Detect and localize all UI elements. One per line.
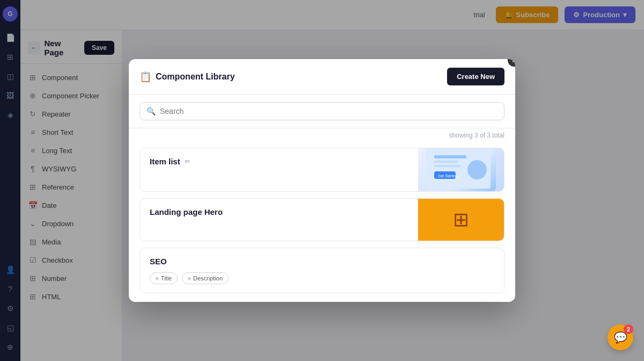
search-input[interactable] (160, 107, 497, 115)
search-input-wrap: 🔍 (140, 102, 504, 120)
edit-icon[interactable]: ✏ (185, 157, 191, 165)
modal-title-row: 📋 Component Library (140, 71, 235, 83)
card-seo-content: SEO ≡ Title ≡ Description (140, 248, 504, 293)
modal-title: Component Library (156, 72, 235, 82)
card-item-list-content: Item list ✏ (140, 148, 418, 191)
svg-rect-3 (434, 165, 461, 167)
description-field-icon: ≡ (188, 276, 191, 281)
card-seo-name: SEO (150, 257, 167, 266)
card-name-row: Item list ✏ (150, 157, 408, 166)
svg-rect-2 (434, 161, 458, 163)
title-field-icon: ≡ (156, 276, 159, 281)
search-bar: 🔍 (129, 95, 515, 128)
component-library-modal: ✕ 📋 Component Library Create New 🔍 showi… (129, 59, 515, 302)
card-landing-hero-content: Landing page Hero (140, 199, 418, 241)
svg-text:Get Started: Get Started (438, 174, 457, 178)
thumb-placeholder: Get Started (426, 148, 496, 191)
box-icon: ⊞ (453, 208, 469, 231)
chat-bubble-button[interactable]: 💬 2 (608, 324, 633, 350)
card-name-row-3: SEO (150, 257, 494, 266)
card-landing-hero-name: Landing page Hero (150, 207, 223, 216)
chat-badge: 2 (624, 324, 633, 334)
field-chip-description: ≡ Description (182, 272, 229, 284)
card-seo[interactable]: SEO ≡ Title ≡ Description (140, 248, 504, 293)
cards-list: Item list ✏ Get Started (129, 142, 515, 302)
card-item-list[interactable]: Item list ✏ Get Started (140, 148, 504, 192)
library-icon: 📋 (140, 71, 151, 83)
search-icon: 🔍 (147, 107, 156, 115)
card-name-row-2: Landing page Hero (150, 207, 408, 216)
create-new-button[interactable]: Create New (447, 68, 504, 85)
description-field-label: Description (193, 275, 223, 281)
modal-header: 📋 Component Library Create New (129, 59, 515, 95)
field-chip-title: ≡ Title (150, 272, 178, 284)
card-item-list-thumb: Get Started (418, 148, 504, 191)
card-item-list-name: Item list (150, 157, 180, 166)
modal-overlay[interactable]: ✕ 📋 Component Library Create New 🔍 showi… (0, 0, 644, 361)
svg-point-4 (467, 160, 487, 179)
svg-rect-1 (434, 155, 466, 158)
title-field-label: Title (161, 275, 172, 281)
results-info: showing 3 of 3 total (129, 128, 515, 142)
card-landing-hero-thumb: ⊞ (418, 199, 504, 241)
seo-fields: ≡ Title ≡ Description (150, 272, 494, 284)
card-landing-hero[interactable]: Landing page Hero ⊞ (140, 198, 504, 241)
